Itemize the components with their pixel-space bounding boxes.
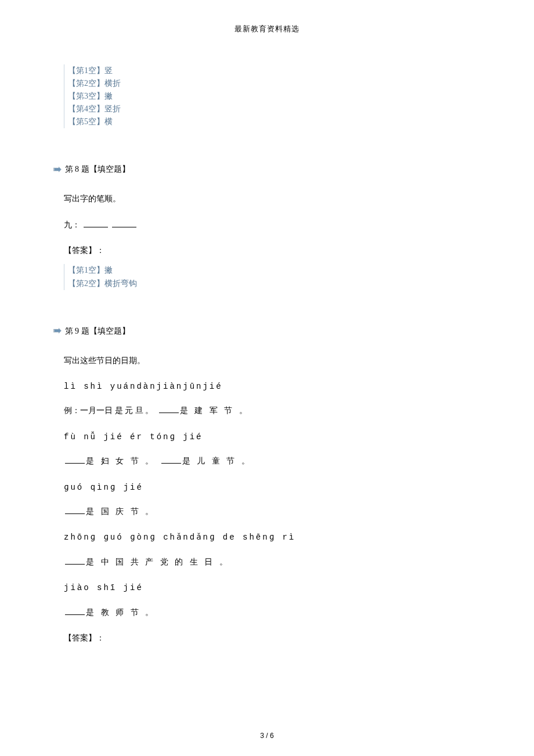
q9-text-1b: 是 建 军 节 。 bbox=[180, 406, 250, 415]
q8-item: 九： bbox=[64, 219, 470, 231]
q7-answer-2: 【第2空】横折 bbox=[68, 77, 470, 90]
q9-line-4: 是 中 国 共 产 党 的 生 日 。 bbox=[64, 556, 470, 569]
blank-input[interactable] bbox=[65, 606, 85, 615]
q8-answer-block: 【第1空】撇 【第2空】横折弯钩 bbox=[64, 264, 470, 290]
blank-input[interactable] bbox=[161, 455, 181, 464]
q9-text-2b: 是 儿 童 节 。 bbox=[182, 457, 252, 465]
q9-pinyin-2: fù nǚ jié ér tónɡ jié bbox=[64, 431, 470, 443]
blank-input[interactable] bbox=[112, 219, 136, 227]
q9-pinyin-5: jiào shī jié bbox=[64, 581, 470, 594]
q8-answer-label: 【答案】： bbox=[64, 244, 470, 257]
q8-char-label: 九： bbox=[64, 220, 80, 229]
q7-answer-3: 【第3空】撇 bbox=[68, 90, 470, 103]
q7-answer-4: 【第4空】竖折 bbox=[68, 103, 470, 115]
q7-answer-block: 【第1空】竖 【第2空】横折 【第3空】撇 【第4空】竖折 【第5空】横 bbox=[64, 64, 470, 129]
q7-answer-5: 【第5空】横 bbox=[68, 115, 470, 128]
q8-heading-suffix: 题【填空题】 bbox=[79, 165, 130, 173]
q9-text-2a: 是 妇 女 节 。 bbox=[86, 457, 156, 465]
q7-answer-1: 【第1空】竖 bbox=[68, 64, 470, 77]
q8-answer-1: 【第1空】撇 bbox=[68, 264, 470, 277]
q9-line-1: 例：一月一日 是 元 旦 。 是 建 军 节 。 bbox=[64, 404, 470, 417]
q9-answer-label: 【答案】： bbox=[64, 632, 470, 645]
page-footer: 3 / 6 bbox=[0, 732, 534, 740]
q9-line-2: 是 妇 女 节 。 是 儿 童 节 。 bbox=[64, 455, 470, 468]
q9-text-4: 是 中 国 共 产 党 的 生 日 。 bbox=[86, 558, 230, 566]
q9-heading-prefix: 第 bbox=[65, 327, 75, 335]
q8-heading-prefix: 第 bbox=[65, 165, 75, 173]
blank-input[interactable] bbox=[65, 455, 85, 464]
q9-line-5: 是 教 师 节 。 bbox=[64, 606, 470, 619]
page-header: 最新教育资料精选 bbox=[64, 23, 470, 35]
blank-input[interactable] bbox=[84, 219, 108, 227]
arrow-icon bbox=[53, 325, 62, 338]
q8-prompt: 写出字的笔顺。 bbox=[64, 193, 470, 205]
document-page: 最新教育资料精选 【第1空】竖 【第2空】横折 【第3空】撇 【第4空】竖折 【… bbox=[0, 0, 534, 645]
q9-text-5: 是 教 师 节 。 bbox=[86, 608, 156, 617]
q8-heading-num: 8 bbox=[75, 165, 79, 173]
arrow-icon bbox=[53, 164, 62, 176]
q8-heading: 第 8 题【填空题】 bbox=[53, 163, 470, 176]
q9-pinyin-1: lì shì yuándànjiànjūnjié bbox=[64, 380, 470, 393]
blank-input[interactable] bbox=[65, 505, 85, 514]
q8-answer-2: 【第2空】横折弯钩 bbox=[68, 277, 470, 290]
blank-input[interactable] bbox=[159, 404, 179, 413]
q9-heading-num: 9 bbox=[75, 327, 79, 335]
blank-input[interactable] bbox=[65, 556, 85, 565]
q9-pinyin-3: ɡuó qìnɡ jié bbox=[64, 481, 470, 494]
q9-pinyin-4: zhōnɡ ɡuó ɡònɡ chǎndǎnɡ de shēnɡ rì bbox=[64, 531, 470, 544]
q9-prompt: 写出这些节日的日期。 bbox=[64, 355, 470, 367]
q9-heading-suffix: 题【填空题】 bbox=[79, 327, 130, 335]
q9-text-3: 是 国 庆 节 。 bbox=[86, 507, 156, 516]
q9-heading: 第 9 题【填空题】 bbox=[53, 325, 470, 338]
q9-line-3: 是 国 庆 节 。 bbox=[64, 505, 470, 518]
q9-example-text: 例：一月一日 是 元 旦 。 bbox=[64, 406, 153, 415]
